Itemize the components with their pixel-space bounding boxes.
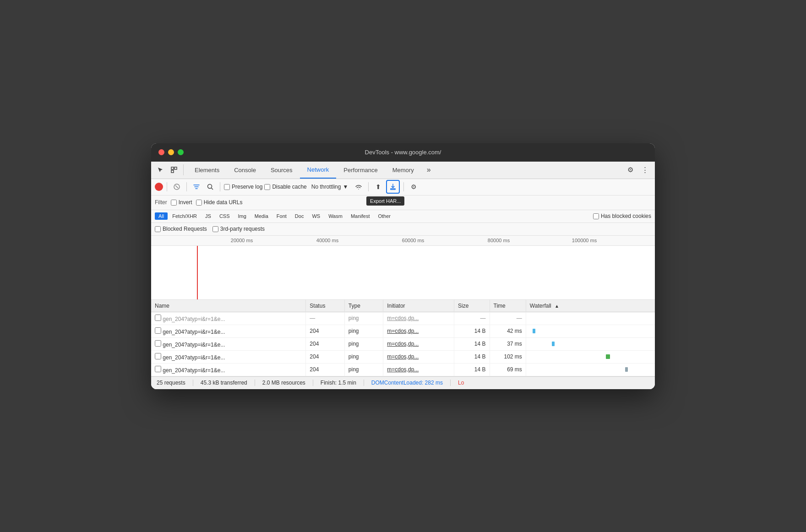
timeline-content — [151, 246, 655, 299]
invert-checkbox[interactable] — [171, 200, 177, 206]
tab-list: Elements Console Sources Network Perform… — [187, 161, 624, 179]
tab-memory[interactable]: Memory — [385, 161, 421, 179]
cell-waterfall — [526, 350, 655, 363]
cell-initiator[interactable]: m=cdos,dp... — [383, 312, 454, 325]
cursor-icon[interactable] — [155, 164, 166, 175]
separator-5 — [403, 182, 404, 191]
blocked-requests-label[interactable]: Blocked Requests — [155, 226, 207, 232]
type-btn-wasm[interactable]: Wasm — [325, 212, 346, 220]
maximize-button[interactable] — [178, 149, 184, 155]
minimize-button[interactable] — [168, 149, 174, 155]
type-btn-fetch-xhr[interactable]: Fetch/XHR — [169, 212, 201, 220]
type-btn-css[interactable]: CSS — [216, 212, 234, 220]
inspect-icon[interactable] — [169, 164, 180, 175]
status-sep-4 — [364, 380, 364, 386]
cell-name: gen_204?atyp=i&r=1&e... — [151, 350, 306, 363]
cell-waterfall — [526, 363, 655, 376]
disable-cache-checkbox[interactable] — [264, 184, 270, 190]
more-options-icon[interactable]: ⋮ — [638, 163, 651, 176]
type-btn-media[interactable]: Media — [251, 212, 272, 220]
tab-sources[interactable]: Sources — [263, 161, 300, 179]
load-text: Lo — [458, 380, 464, 386]
devtools-window: DevTools - www.google.com/ — [151, 143, 655, 389]
type-btn-ws[interactable]: WS — [308, 212, 324, 220]
timeline-ruler: 20000 ms 40000 ms 60000 ms 80000 ms 1000… — [151, 236, 655, 246]
cell-initiator[interactable]: m=cdos,dp... — [383, 363, 454, 376]
has-blocked-cookies-label[interactable]: Has blocked cookies — [593, 213, 651, 219]
upload-icon[interactable]: ⬆ — [372, 181, 384, 193]
tab-more-button[interactable]: » — [423, 161, 435, 179]
tick-3: 60000 ms — [402, 238, 424, 243]
cell-initiator[interactable]: m=cdos,dp... — [383, 350, 454, 363]
row-checkbox[interactable] — [155, 340, 161, 347]
col-initiator[interactable]: Initiator — [383, 300, 454, 312]
tab-performance[interactable]: Performance — [336, 161, 385, 179]
titlebar: DevTools - www.google.com/ — [151, 143, 655, 162]
svg-point-5 — [208, 185, 212, 189]
table-row: gen_204?atyp=i&r=1&e... 204 ping m=cdos,… — [151, 325, 655, 337]
type-btn-all[interactable]: All — [155, 212, 168, 220]
row-checkbox[interactable] — [155, 315, 161, 321]
network-settings-icon[interactable]: ⚙ — [408, 181, 419, 193]
third-party-label[interactable]: 3rd-party requests — [212, 226, 265, 232]
window-title: DevTools - www.google.com/ — [365, 149, 441, 156]
export-har-button[interactable] — [386, 180, 400, 194]
col-time[interactable]: Time — [490, 300, 526, 312]
blocked-requests-checkbox[interactable] — [155, 226, 161, 232]
throttling-select[interactable]: No throttling ▼ — [309, 183, 351, 191]
settings-icon[interactable]: ⚙ — [624, 163, 637, 176]
requests-count: 25 requests — [157, 380, 185, 386]
status-bar: 25 requests 45.3 kB transferred 2.0 MB r… — [151, 376, 655, 389]
close-button[interactable] — [158, 149, 164, 155]
record-button[interactable] — [155, 183, 163, 191]
table-row: gen_204?atyp=i&r=1&e... — ping m=cdos,dp… — [151, 312, 655, 325]
tab-console[interactable]: Console — [227, 161, 263, 179]
tick-4: 80000 ms — [488, 238, 510, 243]
separator-4 — [368, 182, 369, 191]
col-size[interactable]: Size — [454, 300, 490, 312]
has-blocked-cookies-checkbox[interactable] — [593, 213, 599, 219]
third-party-checkbox[interactable] — [212, 226, 218, 232]
preserve-log-label[interactable]: Preserve log — [224, 184, 262, 190]
type-btn-doc[interactable]: Doc — [291, 212, 308, 220]
filter-label: Filter — [155, 199, 167, 206]
search-icon[interactable] — [204, 181, 216, 193]
tab-bar: Elements Console Sources Network Perform… — [151, 162, 655, 179]
col-status[interactable]: Status — [306, 300, 344, 312]
tab-elements[interactable]: Elements — [187, 161, 227, 179]
cell-status: 204 — [306, 337, 344, 350]
separator-3 — [220, 182, 220, 191]
network-table-container[interactable]: Name Status Type Initiator Size Time Wat… — [151, 300, 655, 376]
clear-icon[interactable] — [171, 181, 183, 193]
hide-data-urls-label[interactable]: Hide data URLs — [196, 199, 243, 206]
filter-icon[interactable] — [191, 181, 202, 193]
hide-data-urls-checkbox[interactable] — [196, 200, 202, 206]
col-waterfall[interactable]: Waterfall ▲ — [526, 300, 655, 312]
wifi-icon[interactable] — [353, 181, 365, 193]
cell-status: 204 — [306, 325, 344, 337]
row-checkbox[interactable] — [155, 353, 161, 359]
col-type[interactable]: Type — [344, 300, 383, 312]
cell-size: — — [454, 312, 490, 325]
dom-content-loaded: DOMContentLoaded: 282 ms — [371, 380, 443, 386]
type-btn-other[interactable]: Other — [374, 212, 394, 220]
separator-2 — [186, 182, 187, 191]
export-har-tooltip: Export HAR... — [366, 196, 404, 206]
type-btn-manifest[interactable]: Manifest — [347, 212, 374, 220]
row-checkbox[interactable] — [155, 327, 161, 334]
cell-waterfall — [526, 312, 655, 325]
type-btn-img[interactable]: Img — [234, 212, 250, 220]
invert-label[interactable]: Invert — [171, 199, 192, 206]
cell-size: 14 B — [454, 337, 490, 350]
row-checkbox[interactable] — [155, 366, 161, 372]
cell-type: ping — [344, 312, 383, 325]
cell-initiator[interactable]: m=cdos,dp... — [383, 325, 454, 337]
preserve-log-checkbox[interactable] — [224, 184, 230, 190]
tab-network[interactable]: Network — [300, 161, 337, 179]
cell-type: ping — [344, 337, 383, 350]
cell-initiator[interactable]: m=cdos,dp... — [383, 337, 454, 350]
type-btn-js[interactable]: JS — [202, 212, 215, 220]
col-name[interactable]: Name — [151, 300, 306, 312]
disable-cache-label[interactable]: Disable cache — [264, 184, 306, 190]
type-btn-font[interactable]: Font — [273, 212, 290, 220]
